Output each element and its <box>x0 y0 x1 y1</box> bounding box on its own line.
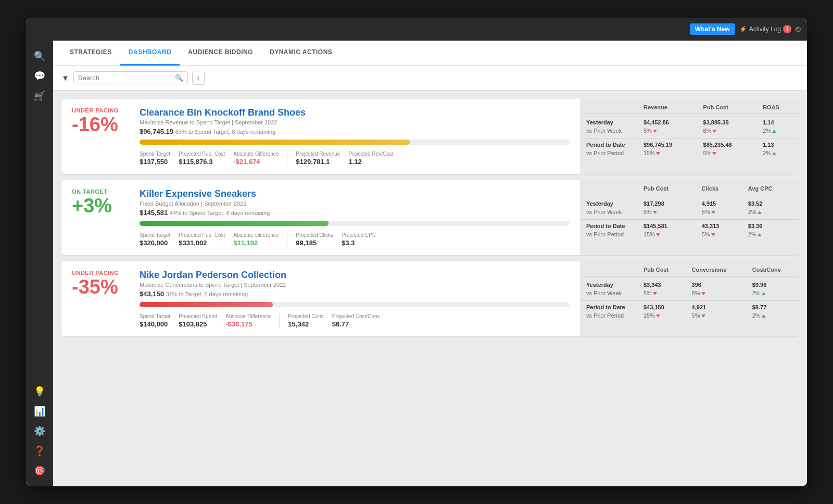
metric-item: Spend Target $137,550 <box>140 151 170 166</box>
stats-header: Avg CPC <box>742 180 799 195</box>
progress-bar <box>140 221 570 226</box>
campaign-right: Pub CostClicksAvg CPC Yesterday $17,2984… <box>580 180 799 255</box>
sidebar-icon-search[interactable]: 🔍 <box>30 47 49 66</box>
campaign-info: Clearance Bin Knockoff Brand Shoes Maxim… <box>140 107 570 166</box>
campaign-right: Pub CostConversionsCost/Conv Yesterday $… <box>580 261 799 336</box>
sort-button[interactable]: ↕ <box>192 71 205 85</box>
metric-item: Spend Target $140,000 <box>140 313 170 328</box>
sidebar-icon-bulb[interactable]: 💡 <box>30 382 49 401</box>
metric-item: Spend Target $320,000 <box>140 232 170 247</box>
sidebar-icon-chart[interactable]: 📊 <box>30 402 49 421</box>
metric-item: Absolute Difference -$21,674 <box>233 151 279 166</box>
stats-header: Revenue <box>637 99 697 114</box>
pacing-label: UNDER PACING <box>72 270 129 276</box>
pacing-pct: +3% <box>72 196 129 216</box>
campaign-info: Nike Jordan Pederson Collection Maximize… <box>140 270 570 328</box>
pacing-pct: -16% <box>72 115 129 134</box>
campaign-strategy: Maximize Revenue to Spend Target | Septe… <box>140 119 570 125</box>
stats-header <box>580 261 637 276</box>
sidebar-icon-help[interactable]: ❓ <box>30 442 49 460</box>
campaign-spend: $145,581 44% to Spend Target, 8 days rem… <box>140 209 570 217</box>
campaign-card: UNDER PACING -16% Clearance Bin Knockoff… <box>61 99 799 174</box>
whats-new-button[interactable]: What's New <box>690 23 735 35</box>
tab-dynamic-actions[interactable]: DYNAMIC ACTIONS <box>261 41 340 66</box>
stats-header <box>580 180 637 195</box>
stats-table: Pub CostConversionsCost/Conv Yesterday $… <box>580 261 799 323</box>
progress-bar <box>140 302 570 307</box>
metric-item: Projected Spend $103,825 <box>179 313 217 328</box>
campaign-left: UNDER PACING -16% Clearance Bin Knockoff… <box>61 99 580 174</box>
campaign-spend: $43,150 31% to Target, 8 days remaining <box>140 290 570 298</box>
tab-audience-bidding[interactable]: AUDIENCE BIDDING <box>180 41 261 66</box>
metric-item: Absolute Difference $11,102 <box>233 232 279 247</box>
campaign-strategy: Maximize Conversions to Spend Target | S… <box>140 282 570 288</box>
sidebar-icon-target[interactable]: 🎯 <box>30 461 49 480</box>
metric-item: Projected Cost/Conv $6.77 <box>332 313 380 328</box>
search-input[interactable] <box>78 74 172 82</box>
sidebar-icon-settings[interactable]: ⚙️ <box>30 422 49 440</box>
campaign-right: RevenuePub CostROAS Yesterday $4,452.86$… <box>580 99 799 174</box>
pacing-pct: -35% <box>72 277 129 297</box>
pacing-block: UNDER PACING -16% <box>72 107 129 134</box>
stats-header: Pub Cost <box>637 180 696 195</box>
tab-dashboard[interactable]: DASHBOARD <box>120 41 180 66</box>
metric-item: Projected Pub. Cost $115,876.3 <box>179 151 225 166</box>
pacing-block: UNDER PACING -35% <box>72 270 129 297</box>
metric-item: Projected Pub. Cost $331,002 <box>179 232 225 247</box>
tab-strategies[interactable]: STRATEGIES <box>61 41 120 66</box>
sidebar-icon-cart[interactable]: 🛒 <box>30 86 49 105</box>
campaign-card: UNDER PACING -35% Nike Jordan Pederson C… <box>61 261 799 336</box>
pacing-label: ON TARGET <box>72 188 129 195</box>
progress-bar <box>140 140 570 145</box>
notification-badge: 1 <box>783 25 791 33</box>
top-bar: What's New ⚡ Activity Log 1 ⎋ <box>26 18 807 41</box>
search-box: 🔍 <box>73 71 188 84</box>
campaign-name[interactable]: Clearance Bin Knockoff Brand Shoes <box>140 107 570 118</box>
toolbar: ▼ 🔍 ↕ <box>53 66 807 91</box>
metric-item: Projected Clicks 99,185 <box>296 232 333 247</box>
stats-header: ROAS <box>756 99 799 114</box>
campaign-left: ON TARGET +3% Killer Expensive Sneakers … <box>61 180 580 255</box>
pacing-block: ON TARGET +3% <box>72 188 129 216</box>
activity-icon: ⚡ <box>739 26 747 33</box>
campaign-name[interactable]: Killer Expensive Sneakers <box>140 188 570 199</box>
stats-table: Pub CostClicksAvg CPC Yesterday $17,2984… <box>580 180 799 242</box>
stats-header: Clicks <box>696 180 742 195</box>
sidebar-icon-chat[interactable]: 💬 <box>30 67 49 85</box>
nav-tabs: STRATEGIES DASHBOARD AUDIENCE BIDDING DY… <box>53 41 807 66</box>
campaign-metrics-row: Spend Target $140,000 Projected Spend $1… <box>140 313 570 328</box>
filter-button[interactable]: ▼ <box>61 73 69 82</box>
metric-item: Projected CPC $3.3 <box>342 232 376 247</box>
campaigns-list: UNDER PACING -16% Clearance Bin Knockoff… <box>53 91 807 345</box>
metric-item: Absolute Difference -$36,175 <box>225 313 271 328</box>
pacing-label: UNDER PACING <box>72 107 129 114</box>
campaign-name[interactable]: Nike Jordan Pederson Collection <box>140 270 570 281</box>
campaign-metrics-row: Spend Target $320,000 Projected Pub. Cos… <box>140 232 570 247</box>
campaign-metrics-row: Spend Target $137,550 Projected Pub. Cos… <box>140 151 570 166</box>
stats-header: Conversions <box>686 261 746 276</box>
metric-item: Projected Conv 15,342 <box>288 313 323 328</box>
activity-log-button[interactable]: ⚡ Activity Log 1 <box>739 25 791 33</box>
stats-header: Pub Cost <box>697 99 757 114</box>
stats-header <box>580 99 637 114</box>
campaign-strategy: Fixed Budget Allocation | September 2022 <box>140 200 570 207</box>
sidebar: 🔍 💬 🛒 💡 📊 ⚙️ ❓ 🎯 <box>26 41 53 486</box>
campaign-spend: $96,745.19 63% to Spend Target, 8 days r… <box>140 128 570 135</box>
stats-header: Pub Cost <box>637 261 686 276</box>
campaign-left: UNDER PACING -35% Nike Jordan Pederson C… <box>61 261 580 336</box>
search-icon-button[interactable]: 🔍 <box>175 74 183 82</box>
metric-item: Projected Rev/Cost 1.12 <box>348 151 393 166</box>
campaign-card: ON TARGET +3% Killer Expensive Sneakers … <box>61 180 799 255</box>
metric-item: Projected Revenue $129,781.1 <box>296 151 340 166</box>
logout-button[interactable]: ⎋ <box>796 24 801 34</box>
campaign-info: Killer Expensive Sneakers Fixed Budget A… <box>140 188 570 247</box>
stats-table: RevenuePub CostROAS Yesterday $4,452.86$… <box>580 99 799 160</box>
stats-header: Cost/Conv <box>746 261 799 276</box>
